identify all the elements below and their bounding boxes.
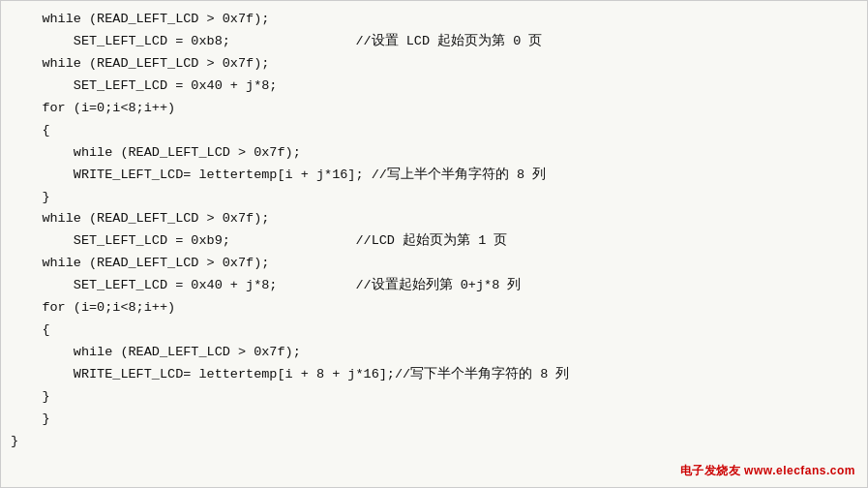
code-line: for (i=0;i<8;i++): [11, 297, 857, 320]
code-line: SET_LEFT_LCD = 0xb9; //LCD 起始页为第 1 页: [11, 230, 857, 253]
code-line: }: [11, 409, 857, 431]
code-content: while (READ_LEFT_LCD > 0x7f); SET_LEFT_L…: [11, 9, 857, 453]
code-line: while (READ_LEFT_LCD > 0x7f);: [11, 342, 857, 364]
code-line: SET_LEFT_LCD = 0x40 + j*8; //设置起始列第 0+j*…: [11, 275, 857, 297]
watermark: 电子发烧友 www.elecfans.com: [680, 463, 855, 479]
code-line: while (READ_LEFT_LCD > 0x7f);: [11, 208, 857, 230]
code-line: {: [11, 320, 857, 342]
code-line: for (i=0;i<8;i++): [11, 98, 857, 120]
code-line: SET_LEFT_LCD = 0xb8; //设置 LCD 起始页为第 0 页: [11, 31, 857, 53]
code-line: WRITE_LEFT_LCD= lettertemp[i + j*16]; //…: [11, 165, 857, 187]
code-line: SET_LEFT_LCD = 0x40 + j*8;: [11, 76, 857, 98]
code-line: while (READ_LEFT_LCD > 0x7f);: [11, 9, 857, 31]
code-line: }: [11, 386, 857, 409]
code-line: {: [11, 120, 857, 142]
code-line: }: [11, 431, 857, 453]
code-line: }: [11, 187, 857, 209]
code-line: while (READ_LEFT_LCD > 0x7f);: [11, 142, 857, 165]
code-line: while (READ_LEFT_LCD > 0x7f);: [11, 253, 857, 275]
code-line: while (READ_LEFT_LCD > 0x7f);: [11, 53, 857, 76]
code-block: while (READ_LEFT_LCD > 0x7f); SET_LEFT_L…: [0, 0, 868, 488]
code-line: WRITE_LEFT_LCD= lettertemp[i + 8 + j*16]…: [11, 364, 857, 386]
